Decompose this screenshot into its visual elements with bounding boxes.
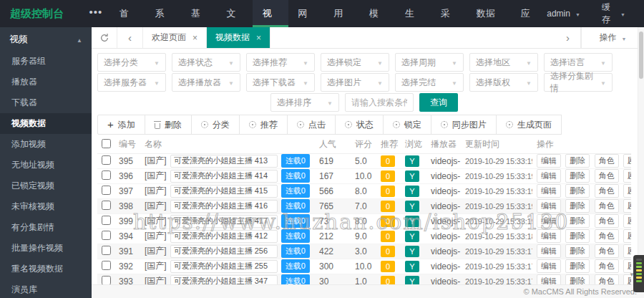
delete-button[interactable]: 删除 — [565, 229, 590, 243]
recommend-badge[interactable]: 0 — [381, 155, 395, 167]
row-checkbox[interactable] — [102, 170, 111, 180]
filter-select[interactable]: 选择推荐 — [246, 53, 315, 72]
filter-select[interactable]: 选择锁定 — [321, 53, 389, 72]
nav-item[interactable]: 网址 — [288, 0, 324, 27]
edit-button[interactable]: 编辑 — [537, 169, 561, 183]
browse-badge[interactable]: Y — [405, 186, 419, 197]
edit-button[interactable]: 编辑 — [537, 214, 561, 228]
browse-badge[interactable]: Y — [405, 246, 419, 257]
toolbar-button[interactable]: 锁定 — [383, 115, 431, 135]
serial-badge[interactable]: 连载0 — [281, 169, 310, 183]
user-menu[interactable]: admin — [547, 9, 580, 19]
edit-button[interactable]: 编辑 — [537, 229, 561, 243]
row-checkbox[interactable] — [102, 201, 111, 210]
name-input[interactable] — [170, 170, 278, 183]
delete-button[interactable]: 删除 — [565, 169, 590, 183]
role-button[interactable]: 角色 — [595, 214, 619, 228]
plot-button[interactable]: 剧情 — [623, 154, 631, 168]
edit-button[interactable]: 编辑 — [537, 184, 561, 198]
filter-select[interactable]: 选择周期 — [395, 53, 464, 72]
plot-button[interactable]: 剧情 — [623, 244, 631, 258]
nav-item[interactable]: 基础 — [182, 0, 218, 27]
row-checkbox[interactable] — [102, 216, 111, 225]
role-button[interactable]: 角色 — [595, 244, 619, 258]
toolbar-button[interactable]: 生成页面 — [496, 115, 562, 135]
toolbar-button[interactable]: 推荐 — [239, 115, 288, 135]
row-checkbox[interactable] — [102, 246, 111, 255]
browse-badge[interactable]: Y — [405, 261, 419, 272]
serial-badge[interactable]: 连载0 — [281, 154, 310, 168]
browse-badge[interactable]: Y — [405, 155, 419, 167]
filter-select[interactable]: 选择地区 — [469, 53, 538, 72]
filter-select[interactable]: 选择播放器 — [172, 73, 240, 92]
recommend-badge[interactable]: 0 — [381, 170, 395, 182]
refresh-button[interactable] — [92, 27, 117, 48]
sidebar-item[interactable]: 视频数据 — [0, 113, 92, 134]
serial-badge[interactable]: 连载0 — [281, 184, 310, 198]
name-input[interactable] — [170, 155, 278, 168]
filter-select[interactable]: 选择分类 — [97, 53, 166, 72]
scrollbar-thumb[interactable] — [639, 32, 643, 79]
close-icon[interactable] — [192, 33, 197, 43]
serial-badge[interactable]: 连载0 — [281, 229, 310, 243]
name-input[interactable] — [170, 245, 278, 258]
sidebar-item[interactable]: 演员库 — [0, 279, 92, 298]
name-input[interactable] — [170, 200, 278, 213]
delete-button[interactable]: 删除 — [565, 199, 590, 213]
delete-button[interactable]: 删除 — [565, 154, 590, 168]
sidebar-item[interactable]: 有分集剧情 — [0, 217, 92, 238]
nav-item[interactable]: 用户 — [324, 0, 360, 27]
browse-badge[interactable]: Y — [405, 170, 419, 182]
sidebar-section-video[interactable]: 视频 — [0, 27, 92, 51]
role-button[interactable]: 角色 — [595, 169, 619, 183]
plot-button[interactable]: 剧情 — [623, 214, 631, 228]
toolbar-button[interactable]: 分类 — [191, 115, 240, 135]
filter-select[interactable]: 选择完结 — [395, 73, 464, 92]
filter-select[interactable]: 选择下载器 — [246, 73, 315, 92]
toolbar-button[interactable]: 状态 — [335, 115, 384, 135]
nav-item[interactable]: 首页 — [110, 0, 146, 27]
plot-button[interactable]: 剧情 — [623, 184, 631, 198]
sidebar-item[interactable]: 批量操作视频 — [0, 238, 92, 259]
role-button[interactable]: 角色 — [595, 259, 619, 273]
plot-button[interactable]: 剧情 — [623, 169, 631, 183]
toolbar-button[interactable]: 点击 — [287, 115, 336, 135]
tabs-scroll-right-button[interactable]: › — [555, 27, 581, 48]
tabs-scroll-left-button[interactable]: ‹ — [117, 27, 143, 48]
plot-button[interactable]: 剧情 — [623, 229, 631, 243]
more-menu-icon[interactable]: ••• — [82, 0, 110, 27]
edit-button[interactable]: 编辑 — [537, 199, 561, 213]
role-button[interactable]: 角色 — [595, 184, 619, 198]
role-button[interactable]: 角色 — [595, 199, 619, 213]
filter-select[interactable]: 选择语言 — [544, 53, 613, 72]
sidebar-item[interactable]: 下载器 — [0, 92, 92, 113]
query-button[interactable]: 查询 — [419, 93, 458, 112]
sidebar-item[interactable]: 已锁定视频 — [0, 176, 92, 196]
sidebar-item[interactable]: 重名视频数据 — [0, 259, 92, 279]
name-input[interactable] — [170, 215, 278, 228]
nav-item[interactable]: 模版 — [360, 0, 396, 27]
nav-item[interactable]: 数据库 — [467, 0, 512, 27]
recommend-badge[interactable]: 0 — [381, 186, 395, 197]
name-input[interactable] — [170, 230, 278, 243]
browse-badge[interactable]: Y — [405, 201, 419, 212]
row-checkbox[interactable] — [102, 186, 111, 195]
search-input[interactable] — [345, 93, 414, 112]
sidebar-item[interactable]: 播放器 — [0, 72, 92, 92]
nav-item[interactable]: 应用 — [511, 0, 547, 27]
tab-operations-dropdown[interactable]: 操作 — [581, 27, 644, 48]
name-input[interactable] — [170, 260, 278, 273]
select-all-checkbox[interactable] — [102, 139, 111, 148]
row-checkbox[interactable] — [102, 276, 111, 285]
scrollbar[interactable] — [638, 27, 644, 284]
tab[interactable]: 视频数据 — [207, 27, 270, 48]
filter-select[interactable]: 选择图片 — [321, 73, 389, 92]
browse-badge[interactable]: Y — [405, 216, 419, 227]
toolbar-button[interactable]: 添加 — [97, 115, 145, 135]
recommend-badge[interactable]: 0 — [381, 231, 395, 242]
filter-select[interactable]: 选择状态 — [172, 53, 240, 72]
role-button[interactable]: 角色 — [595, 154, 619, 168]
cache-menu[interactable]: 缓存 — [602, 1, 625, 26]
nav-item[interactable]: 视频 — [253, 0, 288, 27]
row-checkbox[interactable] — [102, 261, 111, 270]
